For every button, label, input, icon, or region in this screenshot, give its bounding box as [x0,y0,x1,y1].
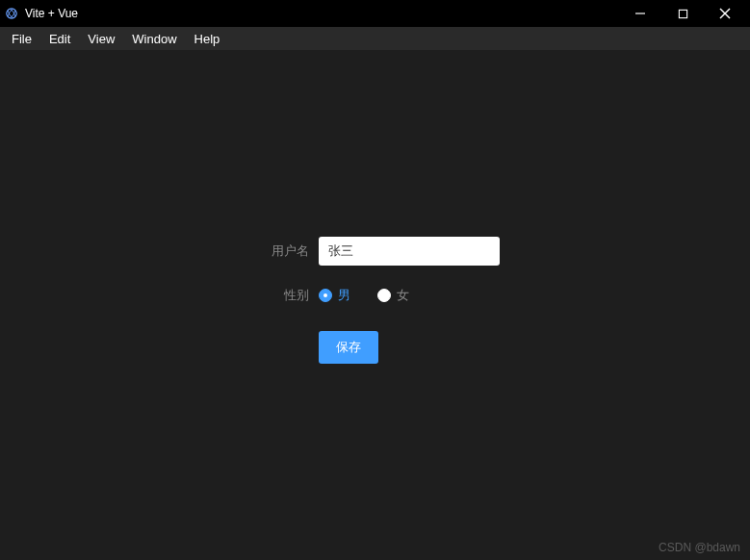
close-button[interactable] [715,4,735,23]
menu-window[interactable]: Window [124,30,184,48]
menu-help[interactable]: Help [187,30,228,48]
radio-label: 男 [338,287,350,304]
gender-option-female[interactable]: 女 [377,287,409,304]
content-area: 用户名 性别 男 女 保存 [0,50,750,560]
menu-file[interactable]: File [4,30,39,48]
gender-label: 性别 [251,287,309,304]
window-title: Vite + Vue [25,7,78,20]
window-controls [631,4,746,23]
username-input[interactable] [319,237,500,266]
gender-radio-group: 男 女 [319,287,500,304]
svg-rect-4 [679,10,686,17]
menu-view[interactable]: View [80,30,122,48]
menubar: File Edit View Window Help [0,27,750,50]
minimize-button[interactable] [631,4,650,23]
save-button[interactable]: 保存 [319,331,378,364]
menu-edit[interactable]: Edit [41,30,78,48]
titlebar: Vite + Vue [0,0,750,27]
watermark: CSDN @bdawn [659,541,740,554]
radio-icon [377,289,391,302]
app-icon [4,6,19,21]
gender-row: 性别 男 女 [251,287,500,304]
radio-label: 女 [397,287,409,304]
button-row: 保存 [251,331,500,364]
gender-option-male[interactable]: 男 [319,287,350,304]
username-row: 用户名 [251,237,500,266]
username-label: 用户名 [251,242,309,260]
radio-icon [319,289,332,302]
maximize-button[interactable] [673,4,692,23]
